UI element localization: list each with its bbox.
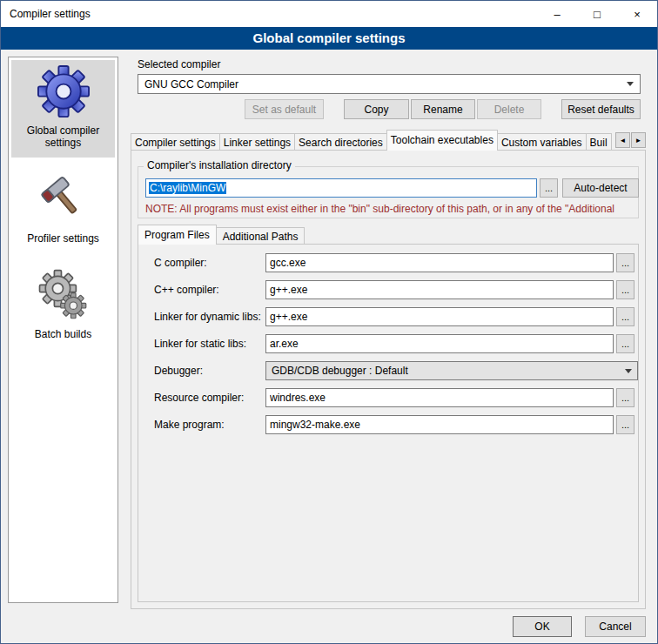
sidebar-item-batch-builds[interactable]: Batch builds bbox=[11, 264, 115, 349]
c-compiler-row: C compiler: ... bbox=[154, 253, 638, 272]
resource-compiler-browse-button[interactable]: ... bbox=[616, 388, 634, 407]
tab-program-files[interactable]: Program Files bbox=[138, 225, 217, 245]
tab-search-directories[interactable]: Search directories bbox=[294, 133, 387, 151]
titlebar[interactable]: Compiler settings – □ × bbox=[1, 1, 657, 27]
sidebar-item-label: Batch builds bbox=[35, 328, 91, 340]
maximize-button[interactable]: □ bbox=[577, 1, 617, 27]
bin-subdirectory-note: NOTE: All programs must exist either in … bbox=[145, 203, 655, 215]
reset-defaults-button[interactable]: Reset defaults bbox=[561, 99, 641, 119]
dynamic-linker-row: Linker for dynamic libs: ... bbox=[154, 307, 638, 326]
installation-directory-browse-button[interactable]: ... bbox=[540, 178, 558, 198]
gray-gears-icon bbox=[37, 269, 90, 321]
compiler-settings-dialog: Compiler settings – □ × Global compiler … bbox=[0, 0, 658, 644]
cpp-compiler-browse-button[interactable]: ... bbox=[616, 280, 634, 299]
blue-gear-icon bbox=[37, 65, 90, 117]
minimize-icon: – bbox=[554, 8, 560, 21]
window-controls: – □ × bbox=[537, 1, 657, 27]
set-as-default-button: Set as default bbox=[245, 99, 324, 119]
installation-directory-selected-text: C:\raylib\MinGW bbox=[149, 182, 226, 194]
copy-button[interactable]: Copy bbox=[344, 99, 409, 119]
tab-toolchain-executables[interactable]: Toolchain executables bbox=[386, 130, 498, 151]
selected-compiler-label: Selected compiler bbox=[138, 58, 220, 70]
cpp-compiler-label: C++ compiler: bbox=[154, 284, 265, 296]
program-files-panel: C compiler: ... C++ compiler: ... Linker… bbox=[138, 244, 639, 602]
sidebar-item-profiler-settings[interactable]: Profiler settings bbox=[11, 168, 115, 253]
minimize-button[interactable]: – bbox=[537, 1, 577, 27]
installation-directory-group: Compiler's installation directory C:\ray… bbox=[138, 166, 639, 218]
resource-compiler-label: Resource compiler: bbox=[154, 392, 265, 404]
make-program-label: Make program: bbox=[154, 419, 265, 431]
dynamic-linker-label: Linker for dynamic libs: bbox=[154, 311, 265, 323]
debugger-row: Debugger: GDB/CDB debugger : Default bbox=[154, 361, 638, 380]
close-icon: × bbox=[634, 8, 641, 21]
tab-scroll-left-button[interactable]: ◄ bbox=[615, 132, 630, 148]
delete-button: Delete bbox=[477, 99, 541, 119]
installation-directory-group-title: Compiler's installation directory bbox=[144, 159, 295, 171]
cancel-button[interactable]: Cancel bbox=[585, 616, 646, 637]
installation-directory-input[interactable]: C:\raylib\MinGW bbox=[145, 178, 537, 198]
hammer-tool-icon bbox=[37, 173, 90, 225]
dialog-header: Global compiler settings bbox=[1, 27, 657, 50]
static-linker-label: Linker for static libs: bbox=[154, 338, 265, 350]
maximize-icon: □ bbox=[594, 8, 601, 21]
static-linker-row: Linker for static libs: ... bbox=[154, 334, 638, 353]
auto-detect-button[interactable]: Auto-detect bbox=[562, 178, 639, 198]
chevron-down-icon bbox=[625, 369, 632, 373]
dynamic-linker-browse-button[interactable]: ... bbox=[616, 307, 634, 326]
compiler-settings-tabs: Compiler settings Linker settings Search… bbox=[131, 130, 614, 151]
c-compiler-input[interactable] bbox=[265, 253, 614, 272]
static-linker-browse-button[interactable]: ... bbox=[616, 334, 634, 353]
chevron-down-icon bbox=[627, 82, 634, 86]
cpp-compiler-input[interactable] bbox=[265, 280, 614, 299]
rename-button[interactable]: Rename bbox=[411, 99, 475, 119]
close-button[interactable]: × bbox=[617, 1, 657, 27]
tab-additional-paths[interactable]: Additional Paths bbox=[216, 227, 306, 245]
c-compiler-browse-button[interactable]: ... bbox=[616, 253, 634, 272]
sidebar-item-global-compiler-settings[interactable]: Global compiler settings bbox=[11, 60, 115, 158]
compiler-select-value: GNU GCC Compiler bbox=[144, 78, 238, 91]
tab-linker-settings[interactable]: Linker settings bbox=[219, 133, 295, 151]
program-tabs: Program Files Additional Paths bbox=[138, 225, 304, 245]
c-compiler-label: C compiler: bbox=[154, 257, 265, 269]
resource-compiler-input[interactable] bbox=[265, 388, 614, 407]
dynamic-linker-input[interactable] bbox=[265, 307, 614, 326]
cpp-compiler-row: C++ compiler: ... bbox=[154, 280, 638, 299]
debugger-label: Debugger: bbox=[154, 365, 265, 377]
ok-button[interactable]: OK bbox=[513, 616, 572, 637]
compiler-select[interactable]: GNU GCC Compiler bbox=[138, 74, 641, 94]
debugger-select[interactable]: GDB/CDB debugger : Default bbox=[265, 361, 638, 380]
tab-scroll-right-button[interactable]: ► bbox=[631, 132, 646, 148]
window-title: Compiler settings bbox=[1, 8, 91, 20]
static-linker-input[interactable] bbox=[265, 334, 614, 353]
debugger-select-value: GDB/CDB debugger : Default bbox=[272, 365, 408, 377]
resource-compiler-row: Resource compiler: ... bbox=[154, 388, 638, 407]
make-program-input[interactable] bbox=[265, 415, 614, 434]
tab-custom-variables[interactable]: Custom variables bbox=[497, 133, 587, 151]
tab-build-options[interactable]: Buil bbox=[586, 133, 612, 151]
sidebar-item-label: Profiler settings bbox=[27, 232, 99, 245]
sidebar-item-label: Global compiler settings bbox=[13, 124, 113, 149]
sidebar: Global compiler settings Profiler settin… bbox=[8, 57, 118, 603]
make-program-browse-button[interactable]: ... bbox=[616, 415, 634, 434]
tab-compiler-settings[interactable]: Compiler settings bbox=[131, 133, 220, 151]
make-program-row: Make program: ... bbox=[154, 415, 638, 434]
